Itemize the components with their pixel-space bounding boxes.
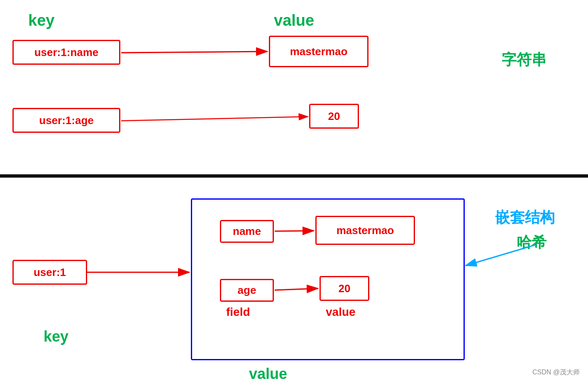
bottom-key-label: key <box>44 328 68 345</box>
top-key-label: key <box>28 12 54 29</box>
box-name-field: name <box>220 220 274 243</box>
box-mastermao-bottom: mastermao <box>315 216 415 245</box>
box-age-field: age <box>220 279 274 302</box>
box-user1age: user:1:age <box>12 108 120 133</box>
field-label: field <box>226 305 250 319</box>
box-20-bottom: 20 <box>320 276 369 301</box>
top-value-label: value <box>274 12 314 29</box>
box-user1: user:1 <box>12 260 87 285</box>
value-inside-label: value <box>326 305 356 319</box>
bottom-value-label: value <box>249 365 287 381</box>
svg-line-2 <box>121 117 308 121</box>
box-mastermao-top: mastermao <box>269 36 368 67</box>
box-20-top: 20 <box>309 104 359 129</box>
hash-label: 哈希 <box>517 232 547 253</box>
string-label: 字符串 <box>502 50 547 70</box>
top-section: key value 字符串 user:1:name mastermao user… <box>0 0 588 174</box>
section-divider <box>0 174 588 178</box>
watermark: CSDN @茂大师 <box>532 368 580 377</box>
box-user1name: user:1:name <box>12 40 120 65</box>
nested-label: 嵌套结构 <box>495 208 555 228</box>
svg-line-1 <box>121 51 267 53</box>
